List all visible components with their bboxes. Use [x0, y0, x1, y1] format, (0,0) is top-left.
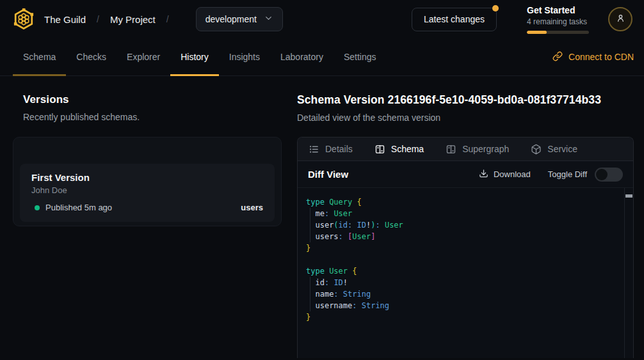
detail-tab-label: Service	[547, 144, 577, 154]
versions-title: Versions	[23, 93, 282, 106]
list-icon	[309, 144, 319, 155]
diff-actions: Download Toggle Diff	[479, 168, 623, 182]
main-content: Versions Recently published schemas. Fir…	[0, 76, 644, 359]
diff-toggle-switch[interactable]	[595, 168, 623, 182]
breadcrumb-separator: /	[97, 14, 99, 24]
toggle-diff-group: Toggle Diff	[548, 168, 623, 182]
version-meta-row: Published 5m ago users	[31, 203, 263, 212]
nav-tab-checks[interactable]: Checks	[66, 38, 117, 75]
indent-guide	[310, 219, 310, 231]
download-button[interactable]: Download	[479, 169, 531, 180]
detail-tab-label: Supergraph	[462, 144, 509, 154]
app-window: The Guild / My Project / development Lat…	[0, 0, 644, 360]
breadcrumb-org[interactable]: The Guild	[44, 14, 86, 25]
columns-icon	[374, 144, 385, 155]
detail-tab-strip: DetailsSchemaSupergraphService	[298, 137, 633, 161]
nav-tab-schema[interactable]: Schema	[13, 38, 66, 75]
service-badge: users	[241, 203, 263, 212]
download-icon	[479, 169, 488, 180]
schema-detail-panel: DetailsSchemaSupergraphService Diff View…	[297, 137, 634, 358]
hive-logo-icon[interactable]	[12, 7, 36, 31]
versions-subtitle: Recently published schemas.	[23, 112, 282, 122]
code-line: name: String	[306, 288, 618, 300]
chevron-down-icon	[264, 13, 273, 25]
primary-nav: SchemaChecksExplorerHistoryInsightsLabor…	[0, 38, 644, 76]
notification-dot	[492, 5, 499, 12]
target-selector-dropdown[interactable]: development	[196, 7, 283, 31]
version-name: First Version	[31, 172, 263, 183]
scrollbar-thumb[interactable]	[625, 194, 632, 198]
diff-toolbar: Diff View Download Toggle Diff	[298, 161, 633, 188]
latest-changes-button[interactable]: Latest changes	[412, 8, 497, 31]
indent-guide	[310, 300, 310, 311]
get-started-progress-track	[527, 31, 589, 34]
detail-tab-label: Schema	[391, 144, 424, 154]
detail-tab-label: Details	[325, 144, 353, 154]
schema-version-detail: Schema Version 2166196f-5e10-4059-bd0a-0…	[297, 76, 634, 358]
link-icon	[552, 51, 563, 63]
connect-to-cdn-link[interactable]: Connect to CDN	[552, 38, 634, 75]
published-status-dot	[35, 205, 40, 210]
version-author: John Doe	[31, 185, 263, 195]
latest-changes-label: Latest changes	[424, 14, 485, 24]
schema-version-subtitle: Detailed view of the schema version	[297, 113, 634, 123]
nav-tab-history[interactable]: History	[170, 38, 219, 75]
code-scrollbar[interactable]	[624, 188, 633, 358]
code-line: username: String	[306, 300, 618, 311]
get-started-title: Get Started	[527, 5, 589, 15]
indent-guide	[310, 277, 310, 288]
nav-tab-settings[interactable]: Settings	[334, 38, 387, 75]
nav-tab-insights[interactable]: Insights	[219, 38, 270, 75]
code-line: me: User	[306, 208, 618, 219]
get-started-widget[interactable]: Get Started 4 remaining tasks	[527, 5, 589, 34]
code-line: users: [User]	[306, 231, 618, 242]
toggle-diff-label: Toggle Diff	[548, 169, 587, 179]
detail-tab-details[interactable]: Details	[309, 144, 353, 155]
detail-tab-supergraph[interactable]: Supergraph	[446, 144, 509, 155]
user-avatar[interactable]	[608, 7, 632, 31]
indent-guide	[310, 288, 310, 300]
target-selector-value: development	[205, 14, 257, 24]
breadcrumb-project[interactable]: My Project	[110, 14, 156, 25]
schema-version-title: Schema Version 2166196f-5e10-4059-bd0a-0…	[297, 93, 634, 107]
code-line: }	[306, 242, 618, 254]
person-icon	[615, 13, 626, 26]
indent-guide	[310, 208, 310, 219]
versions-panel: Versions Recently published schemas. Fir…	[13, 76, 282, 226]
detail-tab-service[interactable]: Service	[531, 144, 577, 155]
download-label: Download	[494, 169, 531, 179]
detail-tab-schema[interactable]: Schema	[374, 144, 424, 155]
top-bar: The Guild / My Project / development Lat…	[0, 0, 644, 38]
columns-icon	[446, 144, 456, 155]
code-line: user(id: ID!): User	[306, 219, 618, 231]
breadcrumb-separator: /	[166, 14, 169, 24]
version-list-item[interactable]: First Version John Doe Published 5m ago …	[20, 164, 275, 222]
code-line: type User {	[306, 265, 618, 277]
nav-tabs: SchemaChecksExplorerHistoryInsightsLabor…	[13, 38, 387, 75]
indent-guide	[310, 231, 310, 242]
code-line: id: ID!	[306, 277, 618, 288]
versions-list-card: First Version John Doe Published 5m ago …	[13, 137, 282, 226]
header-right-cluster: Latest changes Get Started 4 remaining t…	[412, 5, 632, 34]
version-status: Published 5m ago	[45, 203, 112, 212]
schema-code-viewer[interactable]: type Query { me: User user(id: ID!): Use…	[298, 188, 633, 358]
progress-fill	[527, 31, 547, 34]
code-line	[306, 254, 618, 265]
nav-tab-laboratory[interactable]: Laboratory	[270, 38, 334, 75]
nav-tab-explorer[interactable]: Explorer	[117, 38, 170, 75]
cube-icon	[531, 144, 542, 155]
graphql-sdl-code: type Query { me: User user(id: ID!): Use…	[298, 188, 633, 323]
get-started-subtitle: 4 remaining tasks	[527, 17, 589, 26]
diff-view-title: Diff View	[308, 169, 348, 180]
toggle-knob	[596, 169, 608, 180]
code-line: type Query {	[306, 196, 618, 208]
connect-to-cdn-label: Connect to CDN	[568, 52, 634, 62]
code-line: }	[306, 311, 618, 323]
